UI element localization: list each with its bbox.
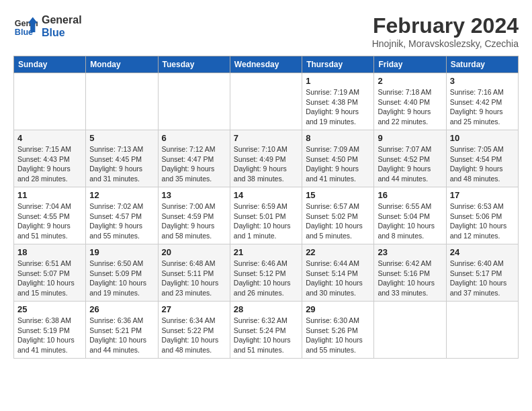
calendar-cell: 7Sunrise: 7:10 AM Sunset: 4:49 PM Daylig… bbox=[230, 130, 302, 187]
calendar-cell: 15Sunrise: 6:57 AM Sunset: 5:02 PM Dayli… bbox=[302, 187, 374, 244]
day-number: 23 bbox=[378, 247, 442, 257]
day-info: Sunrise: 6:53 AM Sunset: 5:06 PM Dayligh… bbox=[450, 201, 515, 241]
day-number: 9 bbox=[378, 133, 442, 143]
day-info: Sunrise: 6:57 AM Sunset: 5:02 PM Dayligh… bbox=[306, 201, 370, 241]
day-info: Sunrise: 7:16 AM Sunset: 4:42 PM Dayligh… bbox=[450, 87, 515, 127]
calendar-cell: 29Sunrise: 6:30 AM Sunset: 5:26 PM Dayli… bbox=[302, 302, 374, 359]
calendar-week-1: 1Sunrise: 7:19 AM Sunset: 4:38 PM Daylig… bbox=[14, 73, 519, 130]
calendar-cell bbox=[230, 73, 302, 130]
calendar-week-4: 18Sunrise: 6:51 AM Sunset: 5:07 PM Dayli… bbox=[14, 244, 519, 302]
calendar-week-3: 11Sunrise: 7:04 AM Sunset: 4:55 PM Dayli… bbox=[14, 187, 519, 244]
day-info: Sunrise: 7:19 AM Sunset: 4:38 PM Dayligh… bbox=[306, 87, 370, 127]
calendar-cell: 3Sunrise: 7:16 AM Sunset: 4:42 PM Daylig… bbox=[446, 73, 518, 130]
calendar-cell: 17Sunrise: 6:53 AM Sunset: 5:06 PM Dayli… bbox=[446, 187, 518, 244]
day-info: Sunrise: 7:02 AM Sunset: 4:57 PM Dayligh… bbox=[89, 201, 154, 241]
calendar-cell: 2Sunrise: 7:18 AM Sunset: 4:40 PM Daylig… bbox=[374, 73, 446, 130]
calendar-cell: 19Sunrise: 6:50 AM Sunset: 5:09 PM Dayli… bbox=[86, 244, 158, 302]
weekday-header-monday: Monday bbox=[86, 56, 158, 73]
day-number: 7 bbox=[234, 133, 298, 143]
day-number: 19 bbox=[89, 247, 154, 257]
location-subtitle: Hnojnik, Moravskoslezsky, Czechia bbox=[372, 38, 519, 49]
weekday-header-saturday: Saturday bbox=[446, 56, 518, 73]
month-year-title: February 2024 bbox=[372, 13, 519, 38]
calendar-cell: 10Sunrise: 7:05 AM Sunset: 4:54 PM Dayli… bbox=[446, 130, 518, 187]
day-number: 12 bbox=[89, 190, 154, 200]
calendar-week-2: 4Sunrise: 7:15 AM Sunset: 4:43 PM Daylig… bbox=[14, 130, 519, 187]
day-number: 29 bbox=[306, 304, 370, 314]
calendar-cell: 27Sunrise: 6:34 AM Sunset: 5:22 PM Dayli… bbox=[158, 302, 230, 359]
day-number: 4 bbox=[17, 133, 82, 143]
day-number: 18 bbox=[17, 247, 82, 257]
day-info: Sunrise: 7:00 AM Sunset: 4:59 PM Dayligh… bbox=[162, 201, 226, 241]
calendar-cell: 24Sunrise: 6:40 AM Sunset: 5:17 PM Dayli… bbox=[446, 244, 518, 302]
calendar-cell: 9Sunrise: 7:07 AM Sunset: 4:52 PM Daylig… bbox=[374, 130, 446, 187]
calendar-table: SundayMondayTuesdayWednesdayThursdayFrid… bbox=[13, 56, 519, 359]
weekday-header-sunday: Sunday bbox=[14, 56, 86, 73]
calendar-cell: 20Sunrise: 6:48 AM Sunset: 5:11 PM Dayli… bbox=[158, 244, 230, 302]
day-number: 10 bbox=[450, 133, 515, 143]
page-header: General Blue General Blue February 2024 … bbox=[13, 13, 519, 49]
calendar-cell: 18Sunrise: 6:51 AM Sunset: 5:07 PM Dayli… bbox=[14, 244, 86, 302]
day-info: Sunrise: 6:32 AM Sunset: 5:24 PM Dayligh… bbox=[234, 316, 298, 355]
day-info: Sunrise: 7:13 AM Sunset: 4:45 PM Dayligh… bbox=[89, 144, 154, 184]
calendar-cell: 25Sunrise: 6:38 AM Sunset: 5:19 PM Dayli… bbox=[14, 302, 86, 359]
calendar-cell: 5Sunrise: 7:13 AM Sunset: 4:45 PM Daylig… bbox=[86, 130, 158, 187]
day-number: 11 bbox=[17, 190, 82, 200]
day-info: Sunrise: 6:50 AM Sunset: 5:09 PM Dayligh… bbox=[89, 259, 154, 298]
calendar-cell bbox=[446, 302, 518, 359]
day-info: Sunrise: 7:07 AM Sunset: 4:52 PM Dayligh… bbox=[378, 144, 442, 184]
day-info: Sunrise: 6:40 AM Sunset: 5:17 PM Dayligh… bbox=[450, 259, 515, 298]
calendar-cell bbox=[158, 73, 230, 130]
day-info: Sunrise: 6:48 AM Sunset: 5:11 PM Dayligh… bbox=[162, 259, 226, 298]
calendar-cell: 23Sunrise: 6:42 AM Sunset: 5:16 PM Dayli… bbox=[374, 244, 446, 302]
calendar-cell bbox=[374, 302, 446, 359]
day-info: Sunrise: 6:34 AM Sunset: 5:22 PM Dayligh… bbox=[162, 316, 226, 355]
calendar-cell: 26Sunrise: 6:36 AM Sunset: 5:21 PM Dayli… bbox=[86, 302, 158, 359]
day-info: Sunrise: 6:30 AM Sunset: 5:26 PM Dayligh… bbox=[306, 316, 370, 355]
calendar-cell: 13Sunrise: 7:00 AM Sunset: 4:59 PM Dayli… bbox=[158, 187, 230, 244]
day-info: Sunrise: 7:12 AM Sunset: 4:47 PM Dayligh… bbox=[162, 144, 226, 184]
weekday-header-friday: Friday bbox=[374, 56, 446, 73]
day-number: 8 bbox=[306, 133, 370, 143]
calendar-week-5: 25Sunrise: 6:38 AM Sunset: 5:19 PM Dayli… bbox=[14, 302, 519, 359]
calendar-cell bbox=[86, 73, 158, 130]
day-number: 24 bbox=[450, 247, 515, 257]
day-number: 20 bbox=[162, 247, 226, 257]
calendar-cell: 12Sunrise: 7:02 AM Sunset: 4:57 PM Dayli… bbox=[86, 187, 158, 244]
weekday-header-row: SundayMondayTuesdayWednesdayThursdayFrid… bbox=[14, 56, 519, 73]
day-info: Sunrise: 6:51 AM Sunset: 5:07 PM Dayligh… bbox=[17, 259, 82, 298]
logo: General Blue General Blue bbox=[13, 13, 82, 39]
day-info: Sunrise: 6:55 AM Sunset: 5:04 PM Dayligh… bbox=[378, 201, 442, 241]
calendar-cell: 4Sunrise: 7:15 AM Sunset: 4:43 PM Daylig… bbox=[14, 130, 86, 187]
logo-icon: General Blue bbox=[13, 14, 38, 38]
day-number: 5 bbox=[89, 133, 154, 143]
calendar-cell bbox=[14, 73, 86, 130]
weekday-header-thursday: Thursday bbox=[302, 56, 374, 73]
day-number: 28 bbox=[234, 304, 298, 314]
calendar-cell: 1Sunrise: 7:19 AM Sunset: 4:38 PM Daylig… bbox=[302, 73, 374, 130]
day-number: 26 bbox=[89, 304, 154, 314]
day-number: 25 bbox=[17, 304, 82, 314]
weekday-header-tuesday: Tuesday bbox=[158, 56, 230, 73]
calendar-cell: 14Sunrise: 6:59 AM Sunset: 5:01 PM Dayli… bbox=[230, 187, 302, 244]
day-number: 6 bbox=[162, 133, 226, 143]
day-info: Sunrise: 6:38 AM Sunset: 5:19 PM Dayligh… bbox=[17, 316, 82, 355]
day-number: 15 bbox=[306, 190, 370, 200]
logo-general: General bbox=[42, 13, 82, 26]
day-number: 22 bbox=[306, 247, 370, 257]
day-number: 16 bbox=[378, 190, 442, 200]
calendar-cell: 28Sunrise: 6:32 AM Sunset: 5:24 PM Dayli… bbox=[230, 302, 302, 359]
title-block: February 2024 Hnojnik, Moravskoslezsky, … bbox=[372, 13, 519, 49]
svg-text:Blue: Blue bbox=[15, 28, 33, 37]
day-number: 21 bbox=[234, 247, 298, 257]
day-info: Sunrise: 7:10 AM Sunset: 4:49 PM Dayligh… bbox=[234, 144, 298, 184]
day-info: Sunrise: 6:59 AM Sunset: 5:01 PM Dayligh… bbox=[234, 201, 298, 241]
calendar-cell: 11Sunrise: 7:04 AM Sunset: 4:55 PM Dayli… bbox=[14, 187, 86, 244]
day-info: Sunrise: 7:15 AM Sunset: 4:43 PM Dayligh… bbox=[17, 144, 82, 184]
calendar-cell: 6Sunrise: 7:12 AM Sunset: 4:47 PM Daylig… bbox=[158, 130, 230, 187]
day-info: Sunrise: 6:42 AM Sunset: 5:16 PM Dayligh… bbox=[378, 259, 442, 298]
day-number: 17 bbox=[450, 190, 515, 200]
day-info: Sunrise: 7:18 AM Sunset: 4:40 PM Dayligh… bbox=[378, 87, 442, 127]
day-number: 2 bbox=[378, 76, 442, 86]
day-info: Sunrise: 6:46 AM Sunset: 5:12 PM Dayligh… bbox=[234, 259, 298, 298]
